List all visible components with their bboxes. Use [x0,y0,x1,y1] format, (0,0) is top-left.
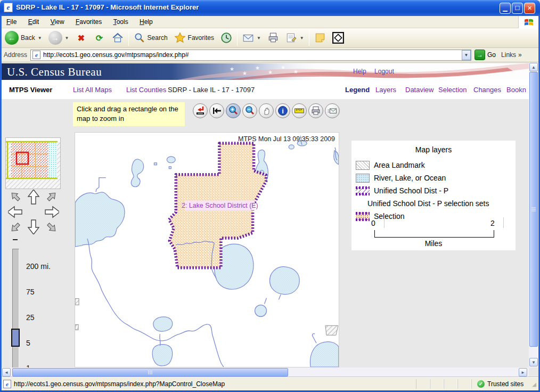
nav-list-all-maps[interactable]: List All Maps [73,86,112,94]
nav-bookmarks[interactable]: Bookn [506,86,526,94]
scroll-left-button[interactable]: ◄ [2,368,11,377]
scale-label-1: 1 [26,364,30,368]
overview-map-canvas [6,138,60,189]
overview-map[interactable] [5,137,61,189]
menu-help[interactable]: Help [135,16,158,27]
export-map-button[interactable] [325,103,340,118]
menu-edit[interactable]: Edit [23,16,44,27]
search-label: Search [148,34,168,42]
print-map-button[interactable] [308,103,323,118]
address-bar: Address e ▼ → Go Links » [2,48,538,62]
scale-label-5: 5 [26,339,30,347]
menu-view[interactable]: View [46,16,69,27]
status-pane [457,379,471,389]
back-dropdown-icon[interactable]: ▼ [38,36,42,40]
map-canvas[interactable]: 2: Lake School District (E) MTPS Mon Jul… [75,132,339,368]
print-button[interactable] [264,29,282,46]
address-input[interactable] [42,51,462,59]
scroll-down-button[interactable]: ▼ [529,358,538,366]
forward-button[interactable]: → ▼ [45,29,72,46]
nav-selection[interactable]: Selection [438,86,467,94]
status-text: http://ecots1.geo.census.gov/mtpsmaps/in… [14,380,416,388]
previous-extent-button[interactable] [209,103,224,118]
close-button[interactable]: ✕ [524,3,535,14]
zoom-in-button[interactable] [226,103,241,118]
forward-dropdown-icon[interactable]: ▼ [65,36,69,40]
zoom-in-icon [228,105,239,116]
edit-dropdown-icon[interactable]: ▼ [300,36,304,40]
pan-southeast-button[interactable] [46,222,58,234]
mail-dropdown-icon[interactable]: ▼ [257,36,261,40]
vertical-scroll-thumb[interactable] [529,72,538,347]
scroll-up-button[interactable]: ▲ [529,63,538,71]
census-banner: ★★★ ★★★ U.S. Census Bureau Help Logout [2,63,529,80]
maximize-button[interactable]: ☐ [512,3,523,14]
help-link[interactable]: Help [353,68,366,75]
legend-item-selection: Selection [356,211,405,222]
minus-icon [13,239,18,240]
status-bar: e http://ecots1.geo.census.gov/mtpsmaps/… [0,377,540,390]
svg-text:★: ★ [293,69,298,75]
menu-file[interactable]: File [2,16,21,27]
nav-changes[interactable]: Changes [473,86,501,94]
scroll-right-button[interactable]: ► [519,368,527,377]
menu-tools[interactable]: Tools [109,16,133,27]
window-border [0,16,2,392]
pan-east-button[interactable] [45,207,59,217]
ie-window-icon: e [4,3,13,12]
ruler-icon [294,105,305,116]
pan-button[interactable] [259,103,274,118]
ie-toolbar: ← Back ▼ → ▼ ✖ ⟳ Search [2,28,538,48]
refresh-button[interactable]: ⟳ [91,29,109,46]
links-toolbar[interactable]: Links » [501,51,522,59]
zone-label: Trusted sites [487,380,523,388]
pan-south-button[interactable] [28,220,39,234]
notes-button[interactable] [311,29,329,46]
nav-layers[interactable]: Layers [375,86,396,94]
mail-icon [242,32,254,44]
scale-label-200mi: 200 mi. [26,262,51,271]
scale-slider-thumb[interactable] [11,329,20,347]
minimize-button[interactable]: ▁ [500,3,511,14]
favorites-button[interactable]: Favorites [171,29,217,46]
logout-link[interactable]: Logout [374,68,394,75]
pan-northwest-button[interactable] [9,190,21,202]
menu-favorites[interactable]: Favorites [71,16,107,27]
horizontal-scroll-thumb[interactable] [12,368,288,377]
zoom-out-button[interactable] [242,103,257,118]
pan-north-button[interactable] [28,190,39,204]
address-dropdown-button[interactable]: ▼ [462,50,471,60]
scale-label-25: 25 [26,313,35,322]
search-button[interactable]: Search [130,29,171,46]
pan-southwest-button[interactable] [9,222,21,234]
back-button[interactable]: ← Back ▼ [2,29,45,46]
identify-button[interactable]: i [275,103,290,118]
go-label: Go [487,51,496,59]
back-icon: ← [5,31,19,45]
resize-grip[interactable]: ◢ [532,381,537,387]
nav-dataview[interactable]: Dataview [405,86,433,94]
measure-button[interactable] [292,103,307,118]
mtps-nav-bar: MTPS Viewer List All Maps List Counties … [2,80,529,99]
edit-button[interactable]: ▼ [282,29,307,46]
go-arrow-icon: → [474,50,485,60]
history-icon [220,32,232,44]
pan-northeast-button[interactable] [46,190,58,202]
mail-button[interactable]: ▼ [239,29,264,46]
history-button[interactable] [217,29,235,46]
scalebar-end: 2 [490,219,495,227]
pan-west-button[interactable] [8,207,22,217]
zoom-full-extent-button[interactable] [193,103,208,118]
nav-list-counties[interactable]: List Counties [126,86,166,94]
status-pane [430,379,444,389]
messenger-button[interactable] [329,29,347,46]
scale-tick [503,217,504,228]
nav-legend[interactable]: Legend [345,86,370,94]
go-button[interactable]: → Go [474,50,496,60]
stop-button[interactable]: ✖ [72,29,91,46]
chevron-icon[interactable]: » [518,51,522,59]
title-bar[interactable]: e SDRP - Lake IL - 17 - 17097 - Microsof… [0,0,540,16]
selection-swatch [356,212,370,221]
scale-slider-track[interactable] [12,249,19,368]
home-button[interactable] [109,29,127,46]
